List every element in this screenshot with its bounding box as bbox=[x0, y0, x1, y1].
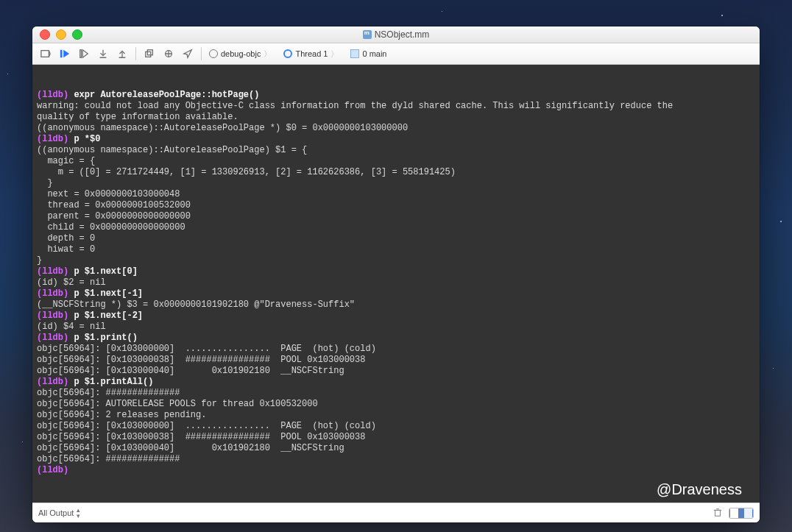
minimize-window-button[interactable] bbox=[56, 29, 66, 40]
console-line: (lldb) p $1.next[-2] bbox=[37, 311, 755, 322]
console-line: } bbox=[37, 255, 755, 266]
lldb-prompt: (lldb) bbox=[37, 134, 74, 144]
svg-marker-4 bbox=[82, 50, 88, 58]
debug-console[interactable]: (lldb) expr AutoreleasePoolPage::hotPage… bbox=[32, 65, 760, 503]
svg-rect-15 bbox=[715, 510, 721, 516]
console-line: objc[56964]: ############## bbox=[37, 454, 755, 465]
simulate-location-icon[interactable] bbox=[182, 48, 194, 60]
chevron-right-icon: 〉 bbox=[264, 49, 272, 60]
lldb-prompt: (lldb) bbox=[37, 377, 74, 387]
console-line: child = 0x0000000000000000 bbox=[37, 222, 755, 233]
lldb-command: p $1.next[-1] bbox=[74, 288, 143, 299]
titlebar[interactable]: NSObject.mm bbox=[32, 26, 760, 43]
close-window-button[interactable] bbox=[40, 29, 50, 40]
console-line: depth = 0 bbox=[37, 233, 755, 244]
svg-rect-1 bbox=[60, 50, 63, 58]
breadcrumb-scheme[interactable]: debug-objc 〉 bbox=[209, 49, 276, 60]
console-line: (lldb) p $1.next[-1] bbox=[37, 288, 755, 299]
continue-execution-icon[interactable] bbox=[59, 48, 71, 60]
console-line: (lldb) p *$0 bbox=[37, 134, 755, 145]
step-over-icon[interactable] bbox=[78, 48, 90, 60]
xcode-debug-window: NSObject.mm bbox=[32, 26, 760, 522]
console-line: ((anonymous namespace)::AutoreleasePoolP… bbox=[37, 123, 755, 134]
pane-toggle[interactable] bbox=[729, 508, 754, 519]
console-line: objc[56964]: [0x103000000] .............… bbox=[37, 421, 755, 432]
svg-marker-14 bbox=[184, 50, 192, 58]
console-footer: All Output ▴▾ bbox=[32, 503, 760, 522]
clear-console-icon[interactable] bbox=[713, 507, 723, 519]
console-line: objc[56964]: [0x103000038] #############… bbox=[37, 432, 755, 443]
thread-icon bbox=[283, 49, 292, 58]
desktop-background: NSObject.mm bbox=[0, 0, 792, 532]
target-icon bbox=[209, 49, 218, 58]
console-line: } bbox=[37, 178, 755, 189]
console-line: objc[56964]: [0x103000038] #############… bbox=[37, 355, 755, 366]
console-line: objc[56964]: [0x103000040] 0x101902180 _… bbox=[37, 443, 755, 454]
console-line: hiwat = 0 bbox=[37, 244, 755, 255]
window-title: NSObject.mm bbox=[32, 29, 760, 40]
svg-rect-10 bbox=[147, 50, 152, 55]
console-line: warning: could not load any Objective-C … bbox=[37, 101, 755, 112]
lldb-command: p $1.printAll() bbox=[74, 377, 153, 387]
lldb-prompt: (lldb) bbox=[37, 311, 74, 321]
breadcrumb-frame[interactable]: 0 main bbox=[350, 49, 391, 58]
console-line: parent = 0x0000000000000000 bbox=[37, 211, 755, 222]
breadcrumb-thread-label: Thread 1 bbox=[295, 49, 328, 58]
lldb-prompt: (lldb) bbox=[37, 266, 74, 277]
step-out-icon[interactable] bbox=[116, 48, 128, 60]
breadcrumb-frame-label: 0 main bbox=[362, 49, 386, 58]
console-line: thread = 0x0000000100532000 bbox=[37, 200, 755, 211]
lldb-prompt: (lldb) bbox=[37, 90, 74, 100]
svg-rect-3 bbox=[80, 50, 82, 58]
console-line: objc[56964]: [0x103000040] 0x101902180 _… bbox=[37, 366, 755, 377]
console-line: objc[56964]: AUTORELEASE POOLS for threa… bbox=[37, 399, 755, 410]
console-line: objc[56964]: ############## bbox=[37, 388, 755, 399]
svg-rect-9 bbox=[146, 52, 151, 57]
show-variables-pane-button[interactable] bbox=[729, 508, 741, 518]
zoom-window-button[interactable] bbox=[72, 29, 82, 40]
window-title-text: NSObject.mm bbox=[375, 29, 430, 40]
lldb-command: expr AutoreleasePoolPage::hotPage() bbox=[74, 90, 259, 100]
console-line: m = ([0] = 2711724449, [1] = 1330926913,… bbox=[37, 167, 755, 178]
lldb-prompt: (lldb) bbox=[37, 288, 74, 299]
console-line: objc[56964]: 2 releases pending. bbox=[37, 410, 755, 421]
console-line: ((anonymous namespace)::AutoreleasePoolP… bbox=[37, 145, 755, 156]
lldb-command: p *$0 bbox=[74, 134, 100, 144]
console-line: (id) $2 = nil bbox=[37, 277, 755, 288]
breadcrumb-scheme-label: debug-objc bbox=[221, 49, 261, 58]
show-console-pane-button[interactable] bbox=[741, 508, 753, 518]
console-line: quality of type information available. bbox=[37, 112, 755, 123]
debug-toolbar: debug-objc 〉 Thread 1 〉 0 main bbox=[32, 43, 760, 65]
debug-memory-graph-icon[interactable] bbox=[163, 48, 174, 60]
svg-rect-0 bbox=[41, 51, 49, 57]
console-line: (lldb) p $1.next[0] bbox=[37, 266, 755, 277]
step-into-icon[interactable] bbox=[97, 48, 109, 60]
console-line: magic = { bbox=[37, 156, 755, 167]
console-line: (id) $4 = nil bbox=[37, 322, 755, 333]
console-line: (lldb) expr AutoreleasePoolPage::hotPage… bbox=[37, 90, 755, 101]
lldb-command: p $1.next[-2] bbox=[74, 311, 143, 321]
console-line: (lldb) bbox=[37, 465, 755, 476]
breadcrumb-thread[interactable]: Thread 1 〉 bbox=[283, 49, 343, 60]
updown-icon: ▴▾ bbox=[77, 507, 80, 519]
chevron-right-icon: 〉 bbox=[330, 49, 339, 60]
console-line: (lldb) p $1.printAll() bbox=[37, 377, 755, 388]
console-line: objc[56964]: [0x103000000] .............… bbox=[37, 344, 755, 355]
svg-marker-2 bbox=[63, 50, 69, 58]
output-filter-dropdown[interactable]: All Output ▴▾ bbox=[38, 507, 80, 519]
file-icon bbox=[363, 30, 372, 39]
debug-view-hierarchy-icon[interactable] bbox=[144, 48, 155, 60]
lldb-command: p $1.next[0] bbox=[74, 266, 137, 277]
console-line: (__NSCFString *) $3 = 0x0000000101902180… bbox=[37, 299, 755, 311]
console-line: (lldb) p $1.print() bbox=[37, 333, 755, 344]
lldb-command: p $1.print() bbox=[74, 333, 137, 343]
console-line: next = 0x0000000103000048 bbox=[37, 189, 755, 200]
frame-icon bbox=[350, 49, 359, 58]
output-filter-label: All Output bbox=[38, 508, 74, 517]
watermark: @Draveness bbox=[657, 484, 742, 495]
toggle-breakpoints-icon[interactable] bbox=[40, 48, 52, 60]
lldb-prompt: (lldb) bbox=[37, 333, 74, 343]
lldb-prompt: (lldb) bbox=[37, 465, 74, 475]
